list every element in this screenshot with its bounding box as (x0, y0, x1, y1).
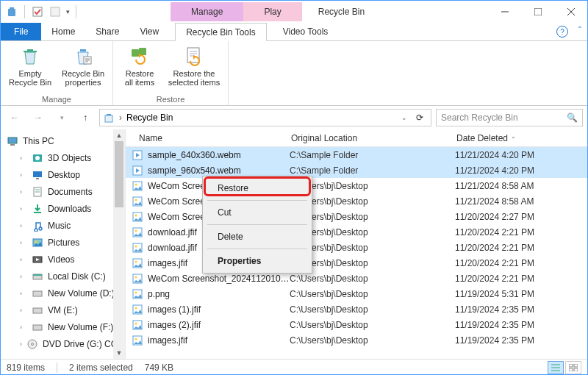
nav-item[interactable]: ›Documents (1, 183, 125, 200)
breadcrumb-separator[interactable]: › (119, 113, 122, 123)
file-row[interactable]: WeCom Screenshot_202411210858...C:\Users… (126, 193, 587, 209)
file-row[interactable]: images (2).jfifC:\Users\bj\Desktop11/19/… (126, 317, 587, 332)
file-row[interactable]: WeCom Screenshot_202411201427...C:\Users… (126, 209, 587, 224)
address-bar: ← → ▾ ↑ › Recycle Bin ⌄ ⟳ Search Recycle… (1, 106, 587, 129)
ctx-delete[interactable]: Delete (204, 226, 310, 247)
scroll-down-icon[interactable]: ▼ (113, 347, 125, 359)
search-placeholder: Search Recycle Bin (441, 113, 518, 123)
ribbon-group-label: Restore (157, 95, 185, 104)
desktop-icon (32, 169, 43, 181)
file-original-location: C:\Sample Folder (290, 150, 455, 160)
file-name: sample_960x540.webm (148, 165, 290, 176)
recycle-bin-icon (103, 112, 115, 124)
drive-icon (32, 288, 43, 299)
svg-point-43 (135, 214, 137, 216)
svg-point-55 (135, 307, 137, 309)
empty-recycle-bin-button[interactable]: Empty Recycle Bin (8, 44, 52, 93)
breadcrumb-item[interactable]: Recycle Bin (126, 113, 173, 123)
file-icon (132, 304, 143, 315)
nav-history-dropdown[interactable]: ▾ (52, 108, 71, 127)
file-date-deleted: 11/20/2024 2:27 PM (455, 212, 587, 222)
address-dropdown-icon[interactable]: ⌄ (401, 114, 407, 121)
column-header-date-deleted[interactable]: Date Deleted⌄ (456, 133, 587, 143)
nav-item[interactable]: ›Videos (1, 251, 125, 268)
nav-item[interactable]: ›Pictures (1, 234, 125, 251)
nav-item[interactable]: ›VM (E:) (1, 301, 125, 318)
address-field[interactable]: › Recycle Bin ⌄ ⟳ (99, 109, 431, 126)
view-thumbnails-button[interactable] (565, 361, 581, 374)
ribbon-collapse-icon[interactable]: ˆ (578, 26, 581, 36)
tab-recycle-bin-tools[interactable]: Recycle Bin Tools (175, 23, 267, 41)
file-row[interactable]: images (1).jfifC:\Users\bj\Desktop11/19/… (126, 301, 587, 317)
qat-color-swatch[interactable] (49, 5, 62, 18)
nav-item[interactable]: ›Desktop (1, 166, 125, 183)
svg-point-19 (35, 156, 40, 160)
column-header-original-location[interactable]: Original Location (291, 133, 456, 143)
file-original-location: C:\Users\bj\Desktop (290, 274, 455, 284)
file-date-deleted: 11/19/2024 5:31 PM (455, 289, 587, 299)
file-row[interactable]: WeCom Screenshot_202411210858...C:\Users… (126, 178, 587, 193)
tab-view[interactable]: View (129, 23, 169, 40)
nav-item[interactable]: ›3D Objects (1, 149, 125, 166)
ctx-separator (207, 224, 307, 225)
view-details-button[interactable] (548, 361, 564, 374)
recycle-bin-properties-button[interactable]: Recycle Bin properties (61, 44, 105, 93)
nav-scrollbar[interactable]: ▲ ▼ (113, 129, 125, 359)
maximize-button[interactable] (521, 1, 554, 23)
titlebar: ▾ Manage Play Recycle Bin (1, 1, 587, 23)
nav-item[interactable]: ›New Volume (D:) (1, 285, 125, 301)
file-row[interactable]: sample_640x360.webmC:\Sample Folder11/21… (126, 147, 587, 162)
dvd-icon (26, 338, 38, 350)
nav-back-button[interactable]: ← (5, 108, 24, 127)
nav-item[interactable]: ›Downloads (1, 200, 125, 217)
close-button[interactable] (554, 1, 587, 23)
sort-indicator-icon: ⌄ (511, 133, 516, 140)
search-input[interactable]: Search Recycle Bin 🔍 (436, 109, 583, 126)
tab-home[interactable]: Home (41, 23, 85, 40)
file-row[interactable]: sample_960x540.webmC:\Sample Folder11/21… (126, 162, 587, 178)
svg-rect-17 (10, 144, 15, 146)
context-tab-play[interactable]: Play (243, 2, 301, 21)
context-tab-manage[interactable]: Manage (171, 2, 243, 21)
file-icon (132, 288, 143, 300)
refresh-button[interactable]: ⟳ (412, 113, 428, 123)
nav-up-button[interactable]: ↑ (76, 108, 95, 127)
file-icon (132, 226, 143, 238)
column-header-name[interactable]: Name (126, 133, 291, 143)
help-button[interactable]: ? (556, 26, 568, 38)
nav-forward-button[interactable]: → (29, 108, 48, 127)
qat-dropdown-icon[interactable]: ▾ (66, 8, 70, 15)
file-row[interactable]: WeCom Screenshot_202411201014...C:\Users… (126, 271, 587, 286)
file-row[interactable]: images.jfifC:\Users\bj\Desktop11/20/2024… (126, 255, 587, 271)
file-row[interactable]: p.pngC:\Users\bj\Desktop11/19/2024 5:31 … (126, 286, 587, 301)
minimize-button[interactable] (488, 1, 521, 23)
nav-item[interactable]: ›New Volume (F:) (1, 318, 125, 335)
ctx-properties[interactable]: Properties (204, 251, 310, 271)
restore-all-button[interactable]: Restore all items (121, 44, 159, 93)
file-row[interactable]: download.jfifC:\Users\bj\Desktop11/20/20… (126, 224, 587, 240)
svg-rect-14 (105, 115, 112, 122)
ctx-restore[interactable]: Restore (204, 178, 310, 199)
nav-item[interactable]: ›Local Disk (C:) (1, 268, 125, 285)
restore-selected-button[interactable]: Restore the selected items (168, 44, 220, 93)
ctx-separator (207, 200, 307, 201)
tab-video-tools[interactable]: Video Tools (273, 23, 339, 40)
qat-checkbox-icon[interactable] (31, 5, 44, 18)
scroll-up-icon[interactable]: ▲ (113, 129, 125, 141)
svg-point-39 (135, 183, 137, 185)
file-name: p.png (148, 289, 290, 299)
nav-item[interactable]: ›DVD Drive (G:) CCC (1, 335, 125, 352)
tab-share[interactable]: Share (85, 23, 129, 40)
qat-divider (24, 5, 25, 18)
nav-item-label: New Volume (D:) (48, 288, 115, 299)
nav-item[interactable]: ›Music (1, 217, 125, 234)
ctx-cut[interactable]: Cut (204, 202, 310, 223)
file-icon (132, 180, 143, 192)
3d-icon (32, 152, 43, 164)
tab-file[interactable]: File (1, 23, 41, 40)
nav-pane: ⌄This PC›3D Objects›Desktop›Documents›Do… (1, 129, 126, 359)
scroll-thumb[interactable] (115, 141, 123, 207)
nav-item[interactable]: ⌄This PC (1, 132, 125, 149)
file-row[interactable]: images.jfifC:\Users\bj\Desktop11/19/2024… (126, 332, 587, 348)
file-row[interactable]: download.jfifC:\Users\bj\Desktop11/20/20… (126, 240, 587, 255)
